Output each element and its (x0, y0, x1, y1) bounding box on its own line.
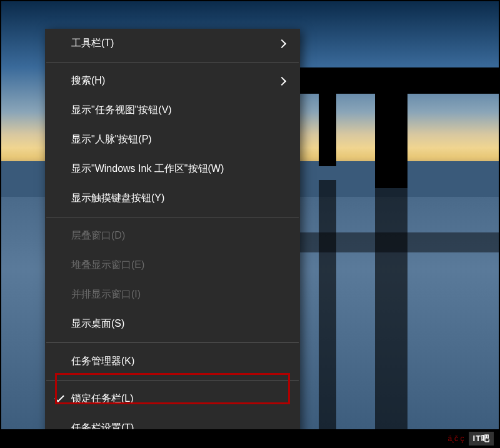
menu-item-label: 任务管理器(K) (71, 355, 289, 368)
checkmark-icon (54, 392, 64, 402)
wallpaper-pier (319, 91, 336, 166)
wallpaper-reflection (375, 187, 408, 448)
menu-item-side-by-side: 并排显示窗口(I) (45, 280, 300, 309)
menu-item-label: 显示"Windows Ink 工作区"按钮(W) (71, 162, 289, 176)
menu-item-toolbars[interactable]: 工具栏(T) (45, 29, 300, 58)
menu-item-label: 锁定任务栏(L) (71, 392, 289, 406)
watermark-text: ä¸č ç (448, 434, 464, 443)
menu-item-ink[interactable]: 显示"Windows Ink 工作区"按钮(W) (45, 154, 300, 184)
menu-item-taskbar-settings[interactable]: 任务栏设置(T) (45, 414, 300, 443)
menu-item-label: 显示桌面(S) (71, 317, 289, 331)
menu-item-task-manager[interactable]: 任务管理器(K) (45, 347, 300, 376)
menu-item-lock-taskbar[interactable]: 锁定任务栏(L) (45, 384, 300, 414)
wallpaper-reflection (319, 180, 336, 442)
menu-item-label: 显示触摸键盘按钮(Y) (71, 192, 289, 205)
menu-item-search[interactable]: 搜索(H) (45, 66, 300, 96)
menu-item-label: 层叠窗口(D) (71, 229, 289, 242)
taskbar-context-menu: 工具栏(T) 搜索(H) 显示"任务视图"按钮(V) 显示"人脉"按钮(P) 显… (45, 29, 300, 448)
menu-separator (46, 217, 299, 217)
menu-item-label: 显示"人脉"按钮(P) (71, 133, 289, 146)
watermark-logo: IT吧 (469, 432, 494, 446)
menu-item-label: 堆叠显示窗口(E) (71, 259, 289, 272)
menu-separator (46, 342, 299, 343)
chevron-right-icon (278, 76, 286, 85)
menu-item-touch-keyboard[interactable]: 显示触摸键盘按钮(Y) (45, 184, 300, 213)
wallpaper-pier (375, 91, 408, 188)
wallpaper-bridge (300, 67, 500, 94)
wallpaper-reflection (300, 232, 500, 252)
menu-item-show-desktop[interactable]: 显示桌面(S) (45, 309, 300, 339)
menu-item-label: 显示"任务视图"按钮(V) (71, 104, 289, 117)
menu-separator (46, 62, 299, 62)
menu-separator (46, 380, 299, 381)
menu-item-label: 工具栏(T) (71, 37, 279, 50)
menu-item-label: 并排显示窗口(I) (71, 288, 289, 301)
menu-item-cascade: 层叠窗口(D) (45, 221, 300, 251)
menu-item-label: 任务栏设置(T) (71, 422, 289, 435)
menu-item-task-view[interactable]: 显示"任务视图"按钮(V) (45, 96, 300, 125)
chevron-right-icon (278, 39, 286, 47)
menu-item-people[interactable]: 显示"人脉"按钮(P) (45, 125, 300, 154)
menu-item-stacked: 堆叠显示窗口(E) (45, 251, 300, 280)
menu-item-label: 搜索(H) (71, 74, 279, 87)
watermark: ä¸č ç IT吧 (448, 432, 494, 446)
